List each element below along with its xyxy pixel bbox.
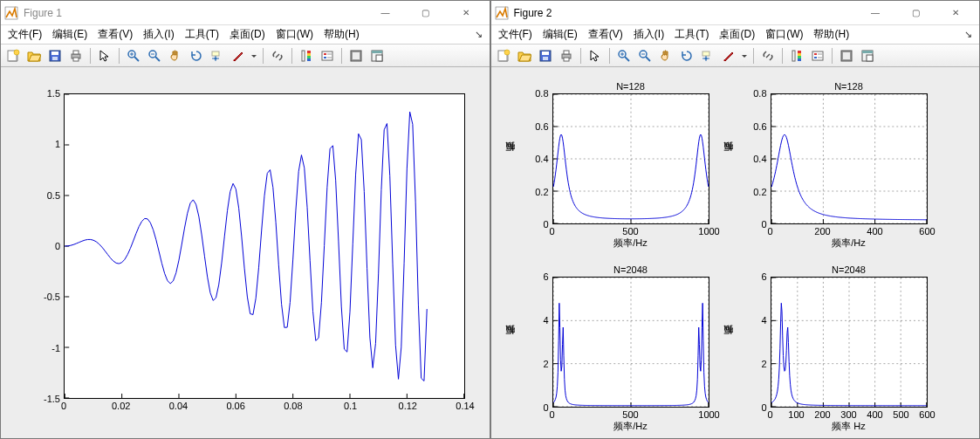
dropdown-button[interactable] [740, 46, 749, 65]
pointer-button[interactable] [586, 46, 605, 65]
titlebar[interactable]: Figure 2 — ▢ ✕ [491, 1, 980, 25]
open-button[interactable] [515, 46, 534, 65]
data-cursor-button[interactable] [208, 46, 227, 65]
menu-window[interactable]: 窗口(W) [760, 25, 808, 44]
svg-point-2 [14, 50, 19, 55]
menu-view[interactable]: 查看(V) [93, 25, 138, 44]
pointer-button[interactable] [95, 46, 114, 65]
menu-view[interactable]: 查看(V) [583, 25, 628, 44]
svg-rect-16 [212, 51, 219, 56]
close-button[interactable]: ✕ [446, 1, 486, 25]
menu-tools[interactable]: 工具(T) [669, 25, 714, 44]
axes-title: N=2048 [613, 264, 648, 275]
menu-insert[interactable]: 插入(I) [138, 25, 179, 44]
maximize-button[interactable]: ▢ [895, 1, 935, 25]
rotate-button[interactable] [187, 46, 206, 65]
menu-edit[interactable]: 编辑(E) [538, 25, 583, 44]
svg-rect-30 [327, 57, 332, 58]
window-title: Figure 2 [514, 7, 856, 19]
xtick-label: 500 [893, 409, 908, 420]
menubar-expand-icon[interactable]: ↘ [469, 27, 488, 42]
svg-rect-35 [376, 55, 382, 61]
pan-button[interactable] [166, 46, 185, 65]
toolbar [491, 45, 980, 67]
titlebar[interactable]: Figure 1 — ▢ ✕ [1, 1, 490, 25]
rotate-button[interactable] [677, 46, 696, 65]
plot-area-1: 00.020.040.060.080.10.120.14-1.5-1-0.500… [1, 67, 490, 438]
xtick-label: 0 [61, 401, 66, 411]
ytick-label: 2 [761, 359, 766, 369]
window-title: Figure 1 [24, 7, 366, 19]
menu-insert[interactable]: 插入(I) [628, 25, 669, 44]
ytick-label: -1.5 [44, 394, 60, 404]
menu-help[interactable]: 帮助(H) [319, 25, 365, 44]
minimize-button[interactable]: — [366, 1, 406, 25]
menubar-expand-icon[interactable]: ↘ [959, 27, 977, 42]
zoom-in-button[interactable] [614, 46, 634, 65]
new-figure-button[interactable] [494, 46, 513, 65]
axes-fig2-2[interactable] [771, 93, 928, 224]
ytick-label: 6 [543, 271, 548, 282]
svg-point-19 [215, 57, 217, 59]
zoom-in-button[interactable] [124, 46, 143, 65]
maximize-button[interactable]: ▢ [406, 1, 446, 25]
dock-button[interactable] [858, 46, 877, 65]
new-figure-button[interactable] [3, 46, 23, 65]
data-cursor-button[interactable] [698, 46, 717, 65]
legend-button[interactable] [808, 46, 827, 65]
ytick-label: -0.5 [44, 292, 60, 302]
menu-desktop[interactable]: 桌面(D) [224, 25, 271, 44]
hide-tools-button[interactable] [346, 46, 366, 65]
xtick-label: 0 [549, 409, 554, 420]
axes-fig2-4[interactable] [771, 277, 928, 408]
svg-rect-32 [353, 52, 360, 59]
minimize-button[interactable]: — [855, 1, 895, 25]
open-button[interactable] [24, 46, 44, 65]
legend-button[interactable] [318, 46, 337, 65]
xtick-label: 500 [622, 226, 638, 237]
xtick-label: 1000 [698, 409, 719, 420]
link-button[interactable] [268, 46, 287, 65]
save-button[interactable] [45, 46, 65, 65]
link-button[interactable] [758, 46, 778, 65]
ytick-label: 0.8 [753, 88, 766, 99]
dock-button[interactable] [367, 46, 387, 65]
zoom-out-button[interactable] [145, 46, 164, 65]
plot-area-2: 0500100000.20.40.60.8N=128频率/Hz振幅0200400… [491, 67, 980, 438]
colorbar-button[interactable] [297, 46, 316, 65]
ytick-label: 0 [543, 402, 548, 413]
print-button[interactable] [557, 46, 576, 65]
colorbar-button[interactable] [787, 46, 806, 65]
brush-button[interactable] [229, 46, 248, 65]
xtick-label: 400 [867, 226, 882, 237]
menu-desktop[interactable]: 桌面(D) [714, 25, 760, 44]
ytick-label: 4 [761, 315, 766, 326]
menu-file[interactable]: 文件(F) [493, 25, 538, 44]
axes-fig1[interactable] [64, 93, 465, 399]
ytick-label: 1.5 [47, 88, 60, 99]
svg-rect-74 [798, 53, 801, 56]
menu-file[interactable]: 文件(F) [3, 25, 47, 44]
ytick-label: 0.2 [535, 187, 548, 197]
ytick-label: 0 [543, 219, 548, 230]
hide-tools-button[interactable] [837, 46, 856, 65]
dropdown-button[interactable] [250, 46, 258, 65]
axes-fig2-1[interactable] [552, 93, 709, 224]
save-button[interactable] [536, 46, 555, 65]
xtick-label: 200 [814, 409, 830, 420]
svg-line-61 [625, 57, 629, 61]
menu-tools[interactable]: 工具(T) [180, 25, 224, 44]
menu-help[interactable]: 帮助(H) [808, 25, 854, 44]
pan-button[interactable] [656, 46, 675, 65]
matlab-icon [495, 6, 509, 20]
print-button[interactable] [66, 46, 86, 65]
menu-window[interactable]: 窗口(W) [271, 25, 319, 44]
axes-fig2-3[interactable] [552, 277, 709, 408]
zoom-out-button[interactable] [635, 46, 654, 65]
close-button[interactable]: ✕ [935, 1, 976, 25]
ytick-label: 0 [761, 402, 766, 413]
brush-button[interactable] [719, 46, 738, 65]
ytick-label: 0.6 [753, 121, 766, 132]
menu-edit[interactable]: 编辑(E) [47, 25, 93, 44]
svg-rect-83 [843, 52, 850, 59]
